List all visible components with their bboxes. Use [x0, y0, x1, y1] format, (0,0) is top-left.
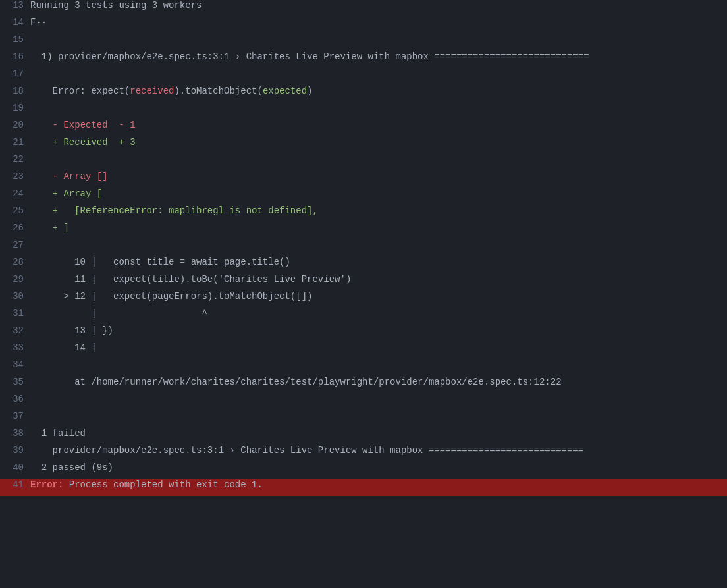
text-segment: + 3	[108, 137, 136, 147]
terminal-line: 40 2 passed (9s)	[0, 462, 727, 479]
line-number: 24	[5, 188, 30, 199]
text-segment: 1) provider/mapbox/e2e.spec.ts:3:1 › Cha…	[30, 51, 589, 62]
line-number: 36	[5, 394, 30, 404]
line-content: Error: expect(received).toMatchObject(ex…	[30, 86, 722, 96]
line-number: 41	[5, 479, 30, 490]
line-number: 22	[5, 154, 30, 165]
line-number: 13	[5, 0, 30, 11]
text-segment: ).toMatchObject(	[174, 86, 262, 96]
text-segment: | ^	[30, 308, 207, 319]
text-segment: - Array []	[30, 171, 108, 182]
text-segment: > 12 | expect(pageErrors).toMatchObject(…	[30, 291, 312, 302]
line-number: 28	[5, 257, 30, 267]
text-segment: F··	[30, 17, 47, 28]
terminal-line: 15	[0, 34, 727, 51]
terminal-line: 18 Error: expect(received).toMatchObject…	[0, 86, 727, 103]
text-segment: 11 | expect(title).toBe('Charites Live P…	[30, 274, 351, 284]
text-segment: + [ReferenceError: maplibregl is not def…	[30, 205, 318, 216]
terminal-line: 35 at /home/runner/work/charites/charite…	[0, 377, 727, 394]
terminal-line: 29 11 | expect(title).toBe('Charites Liv…	[0, 274, 727, 291]
terminal-line: 17	[0, 68, 727, 86]
line-content: + [ReferenceError: maplibregl is not def…	[30, 205, 722, 216]
line-content: + Array [	[30, 188, 722, 199]
terminal-line: 36	[0, 394, 727, 411]
terminal-line: 30 > 12 | expect(pageErrors).toMatchObje…	[0, 291, 727, 308]
text-segment: at /home/runner/work/charites/charites/t…	[30, 377, 562, 387]
line-number: 37	[5, 411, 30, 421]
terminal-line: 38 1 failed	[0, 428, 727, 445]
line-number: 15	[5, 34, 30, 45]
terminal-line: 20 - Expected - 1	[0, 120, 727, 137]
line-number: 20	[5, 120, 30, 130]
text-segment: 13 | })	[30, 325, 113, 336]
text-segment: Running 3 tests using 3 workers	[30, 0, 202, 11]
text-segment: Received	[63, 137, 107, 147]
terminal-line: 33 14 |	[0, 342, 727, 360]
terminal-line: 19	[0, 103, 727, 120]
line-number: 27	[5, 240, 30, 250]
line-number: 26	[5, 223, 30, 233]
terminal-line: 23 - Array []	[0, 171, 727, 188]
text-segment: Error: expect(	[30, 86, 130, 96]
line-number: 40	[5, 462, 30, 473]
line-content: + Received + 3	[30, 137, 722, 147]
terminal-line: 26 + ]	[0, 223, 727, 240]
terminal-line: 14F··	[0, 17, 727, 34]
text-segment: -	[30, 120, 63, 130]
text-segment: Error:	[30, 479, 69, 490]
line-content: F··	[30, 17, 722, 28]
line-content: + ]	[30, 223, 722, 233]
line-number: 39	[5, 445, 30, 456]
line-number: 21	[5, 137, 30, 147]
line-content: | ^	[30, 308, 722, 319]
line-content: at /home/runner/work/charites/charites/t…	[30, 377, 722, 387]
line-number: 23	[5, 171, 30, 182]
line-number: 18	[5, 86, 30, 96]
text-segment: +	[30, 137, 63, 147]
line-content: Running 3 tests using 3 workers	[30, 0, 722, 11]
line-content: 1 failed	[30, 428, 722, 439]
text-segment: 14 |	[30, 342, 97, 353]
text-segment: received	[130, 86, 174, 96]
text-segment: expected	[263, 86, 307, 96]
terminal-line: 13Running 3 tests using 3 workers	[0, 0, 727, 17]
line-content: 2 passed (9s)	[30, 462, 722, 473]
line-number: 34	[5, 360, 30, 370]
line-content: - Expected - 1	[30, 120, 722, 130]
text-segment: - 1	[108, 120, 136, 130]
text-segment: + Array [	[30, 188, 102, 199]
line-number: 14	[5, 17, 30, 28]
terminal-line: 27	[0, 240, 727, 257]
terminal-line: 31 | ^	[0, 308, 727, 325]
line-number: 31	[5, 308, 30, 319]
text-segment: 2 passed (9s)	[30, 462, 113, 473]
line-number: 17	[5, 68, 30, 79]
line-content: Error: Process completed with exit code …	[30, 479, 722, 490]
terminal-line: 25 + [ReferenceError: maplibregl is not …	[0, 205, 727, 223]
text-segment: )	[307, 86, 312, 96]
line-number: 35	[5, 377, 30, 387]
line-content: 10 | const title = await page.title()	[30, 257, 722, 267]
terminal-line: 24 + Array [	[0, 188, 727, 205]
terminal-output: 13Running 3 tests using 3 workers14F··15…	[0, 0, 727, 496]
terminal-line: 41Error: Process completed with exit cod…	[0, 479, 727, 496]
text-segment: 1 failed	[30, 428, 86, 439]
line-number: 33	[5, 342, 30, 353]
line-content: 14 |	[30, 342, 722, 353]
line-content: provider/mapbox/e2e.spec.ts:3:1 › Charit…	[30, 445, 722, 456]
text-segment: provider/mapbox/e2e.spec.ts:3:1 › Charit…	[30, 445, 583, 456]
text-segment: Process completed with exit code 1.	[69, 479, 263, 490]
line-number: 16	[5, 51, 30, 62]
line-number: 25	[5, 205, 30, 216]
line-number: 32	[5, 325, 30, 336]
line-number: 19	[5, 103, 30, 113]
line-number: 38	[5, 428, 30, 439]
text-segment: + ]	[30, 223, 69, 233]
terminal-line: 32 13 | })	[0, 325, 727, 342]
terminal-line: 34	[0, 360, 727, 377]
line-content: 11 | expect(title).toBe('Charites Live P…	[30, 274, 722, 284]
text-segment: 10 | const title = await page.title()	[30, 257, 290, 267]
line-content: 13 | })	[30, 325, 722, 336]
terminal-line: 22	[0, 154, 727, 171]
line-content: - Array []	[30, 171, 722, 182]
